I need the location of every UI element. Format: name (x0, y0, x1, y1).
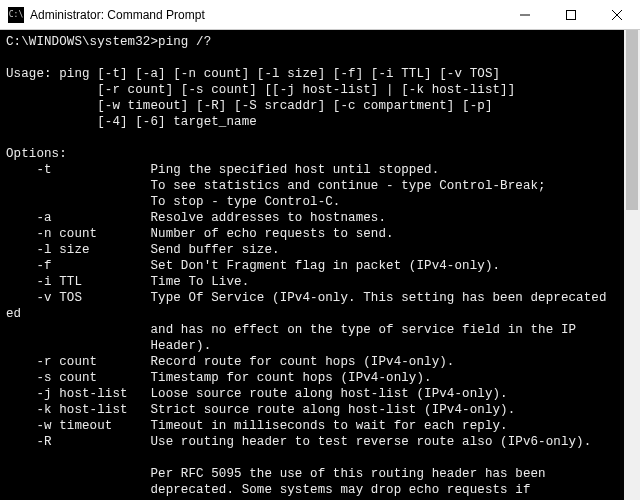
vertical-scrollbar[interactable] (624, 30, 640, 500)
scrollbar-thumb[interactable] (626, 30, 638, 210)
svg-rect-1 (567, 10, 576, 19)
window-titlebar: C:\ Administrator: Command Prompt (0, 0, 640, 30)
window-title: Administrator: Command Prompt (30, 8, 502, 22)
minimize-button[interactable] (502, 0, 548, 29)
app-icon: C:\ (8, 7, 24, 23)
maximize-button[interactable] (548, 0, 594, 29)
terminal-output[interactable]: C:\WINDOWS\system32>ping /? Usage: ping … (0, 30, 640, 500)
close-button[interactable] (594, 0, 640, 29)
window-controls (502, 0, 640, 29)
